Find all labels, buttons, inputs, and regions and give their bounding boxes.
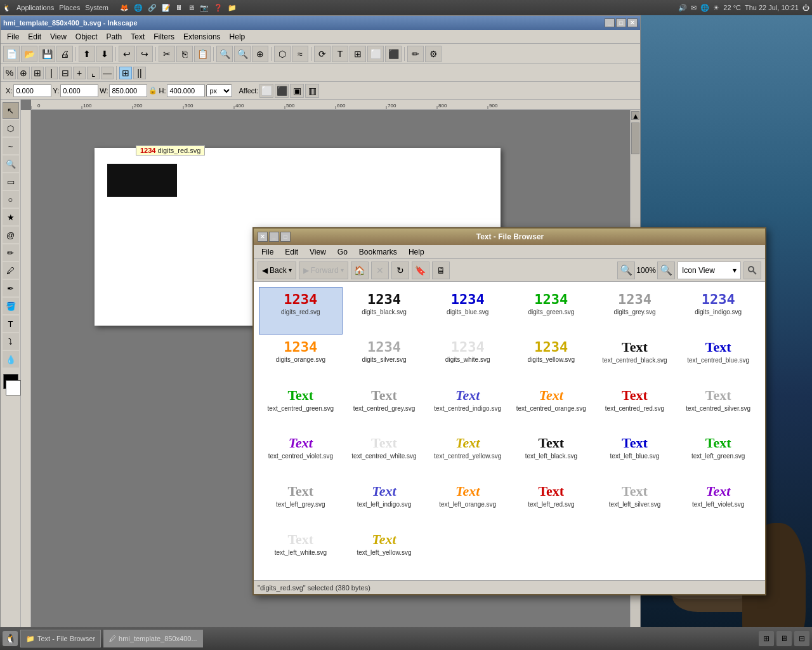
bg-color-indicator[interactable] [6, 380, 21, 395]
file-item[interactable]: 1234digits_silver.svg [343, 335, 426, 383]
export-button[interactable]: ⬇ [96, 46, 113, 62]
file-item[interactable]: 1234digits_blue.svg [426, 287, 509, 335]
folder-icon[interactable]: 📁 [228, 4, 237, 12]
snap-edge[interactable]: ⊟ [59, 67, 72, 79]
snap-nodes[interactable]: ⊕ [17, 67, 30, 79]
print-button[interactable]: 🖨 [56, 46, 73, 62]
fb-minimize-button[interactable]: _ [269, 232, 279, 242]
screenshot-icon[interactable]: 📷 [200, 4, 209, 12]
refresh-button[interactable]: ↻ [391, 262, 409, 279]
system-menu[interactable]: System [85, 4, 108, 11]
file-item[interactable]: Texttext_centred_black.svg [593, 335, 677, 383]
back-dropdown-arrow[interactable]: ▾ [289, 267, 292, 274]
file-item[interactable]: Texttext_centred_violet.svg [259, 430, 343, 479]
star-tool[interactable]: ★ [3, 209, 19, 225]
view-mode-select[interactable]: Icon View ▾ [678, 262, 741, 279]
file-item[interactable]: 1234digits_red.svg [259, 287, 343, 335]
copy-button[interactable]: ⎘ [176, 46, 193, 62]
firefox-icon[interactable]: 🦊 [120, 4, 129, 12]
open-button[interactable]: 📂 [21, 46, 37, 62]
taskbar-apps-btn[interactable]: ⊟ [794, 631, 809, 646]
redo-button[interactable]: ↪ [136, 46, 153, 62]
fb-menu-go[interactable]: Go [332, 246, 353, 258]
file-item[interactable]: Texttext_centred_indigo.svg [426, 383, 509, 431]
save-button[interactable]: 💾 [39, 46, 55, 62]
tweak-tool[interactable]: ~ [3, 138, 19, 154]
fb-menu-bookmarks[interactable]: Bookmarks [354, 246, 402, 258]
forward-button[interactable]: ▶ Forward ▾ [299, 262, 348, 279]
w-input[interactable] [109, 84, 147, 97]
help-icon[interactable]: ❓ [214, 4, 223, 12]
fb-close-button[interactable]: ✕ [258, 232, 268, 242]
flow-text-btn[interactable]: ⊞ [350, 46, 366, 62]
fb-menu-view[interactable]: View [304, 246, 331, 258]
transform-tool-btn[interactable]: ⟳ [314, 46, 331, 62]
file-item[interactable]: 1234digits_indigo.svg [676, 287, 760, 335]
guide-view-btn[interactable]: || [133, 67, 146, 79]
file-item[interactable]: Texttext_centred_silver.svg [676, 383, 760, 431]
power-icon[interactable]: ⏻ [802, 4, 809, 11]
fb-menu-edit[interactable]: Edit [280, 246, 303, 258]
file-item[interactable]: Texttext_centred_blue.svg [676, 335, 760, 383]
affect-btn1[interactable]: ⬜ [259, 84, 273, 98]
bucket-tool[interactable]: 🪣 [3, 298, 19, 314]
new-button[interactable]: 📄 [3, 46, 20, 62]
close-button[interactable]: ✕ [627, 18, 638, 27]
taskbar-inkscape-btn[interactable]: 🖊 hmi_template_850x400... [103, 630, 203, 647]
file-item[interactable]: 1234digits_orange.svg [259, 335, 343, 383]
menu-filters[interactable]: Filters [150, 31, 178, 43]
zoom-in-button[interactable]: 🔍 [216, 46, 233, 62]
cut-button[interactable]: ✂ [159, 46, 175, 62]
file-item[interactable]: Texttext_left_red.svg [509, 479, 593, 527]
browser-icon[interactable]: 🌐 [134, 4, 143, 12]
places-menu[interactable]: Places [59, 4, 80, 11]
email-icon[interactable]: ✉ [691, 4, 697, 12]
file-item[interactable]: 1234digits_yellow.svg [509, 335, 593, 383]
zoom-out-button[interactable]: 🔍 [234, 46, 251, 62]
forward-dropdown-arrow[interactable]: ▾ [341, 267, 344, 274]
menu-extensions[interactable]: Extensions [180, 31, 225, 43]
volume-icon[interactable]: 🔊 [678, 4, 687, 12]
file-item[interactable]: Texttext_centred_orange.svg [509, 383, 593, 431]
file-item[interactable]: Texttext_left_green.svg [676, 430, 760, 479]
computer-button[interactable]: 🖥 [432, 262, 450, 279]
pencil-tool[interactable]: ✏ [3, 244, 19, 261]
menu-view[interactable]: View [46, 31, 70, 43]
import-button[interactable]: ⬆ [79, 46, 95, 62]
menu-help[interactable]: Help [226, 31, 249, 43]
link-btn[interactable]: ⬛ [385, 46, 402, 62]
calculator-icon[interactable]: 🖩 [176, 4, 183, 11]
taskbar-logo[interactable]: 🐧 [3, 631, 18, 646]
applications-menu[interactable]: Applications [16, 4, 54, 11]
menu-path[interactable]: Path [103, 31, 126, 43]
terminal-icon[interactable]: 🖥 [188, 4, 195, 11]
taskbar-end-btn[interactable]: ⊞ [759, 631, 774, 646]
minimize-button[interactable]: _ [605, 18, 615, 27]
grid-view-btn[interactable]: ⊞ [119, 67, 132, 79]
rect-tool[interactable]: ▭ [3, 173, 19, 190]
file-item[interactable]: Texttext_left_violet.svg [676, 479, 760, 527]
undo-button[interactable]: ↩ [119, 46, 135, 62]
zoom-out-btn[interactable]: 🔍 [617, 262, 635, 279]
file-item[interactable]: Texttext_centred_white.svg [343, 430, 426, 479]
canvas-object-rect[interactable] [107, 164, 177, 197]
file-item[interactable]: Texttext_centred_green.svg [259, 383, 343, 431]
taskbar-filebrowser-btn[interactable]: 📁 Text - File Browser [20, 630, 101, 647]
file-item[interactable]: Texttext_centred_grey.svg [343, 383, 426, 431]
system-icon[interactable]: 🐧 [3, 4, 11, 12]
fb-menu-help[interactable]: Help [403, 246, 429, 258]
unlink-btn[interactable]: ⬜ [367, 46, 384, 62]
h-input[interactable] [167, 84, 205, 97]
tweak-tool-btn[interactable]: ≈ [292, 46, 308, 62]
select-tool[interactable]: ↖ [3, 102, 19, 119]
taskbar-desktop-btn[interactable]: 🖥 [776, 631, 792, 646]
file-item[interactable]: Texttext_centred_red.svg [593, 383, 677, 431]
file-item[interactable]: Texttext_left_white.svg [259, 527, 343, 575]
settings-btn[interactable]: ⚙ [425, 46, 442, 62]
path-edit-btn[interactable]: ✏ [407, 46, 424, 62]
node-tool-btn[interactable]: ⬡ [274, 46, 291, 62]
file-item[interactable]: Texttext_left_orange.svg [426, 479, 509, 527]
snap-midpoint[interactable]: — [101, 67, 114, 79]
snap-center[interactable]: + [73, 67, 86, 79]
snap-grid[interactable]: ⊞ [31, 67, 44, 79]
